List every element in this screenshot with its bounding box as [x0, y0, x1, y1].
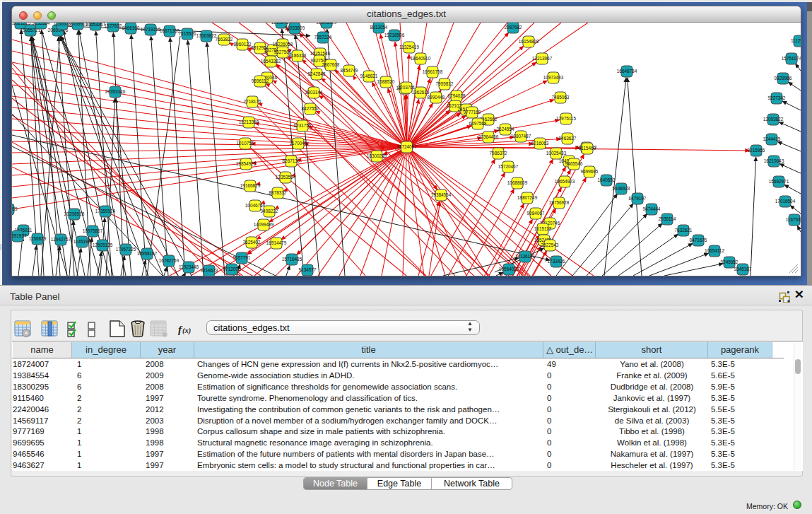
svg-text:1244415: 1244415 [763, 136, 781, 141]
svg-text:9245652: 9245652 [721, 259, 739, 264]
svg-text:9242848: 9242848 [308, 71, 326, 76]
svg-text:1112976: 1112976 [791, 38, 801, 43]
svg-text:8427552: 8427552 [302, 106, 319, 111]
svg-text:1010755: 1010755 [237, 141, 254, 146]
svg-text:19384554: 19384554 [431, 192, 452, 197]
svg-text:2718176: 2718176 [244, 99, 261, 104]
svg-text:8471676: 8471676 [690, 238, 707, 243]
svg-text:(x): (x) [182, 327, 191, 335]
svg-text:17957225: 17957225 [116, 247, 136, 252]
svg-text:9134577: 9134577 [299, 267, 317, 272]
svg-text:8990448: 8990448 [428, 95, 445, 100]
svg-text:19218506: 19218506 [384, 33, 405, 37]
svg-text:19756928: 19756928 [549, 200, 570, 205]
svg-text:8960123: 8960123 [234, 42, 252, 47]
svg-text:8186328: 8186328 [289, 53, 307, 58]
svg-text:12975115: 12975115 [556, 116, 576, 121]
svg-text:12192462: 12192462 [271, 23, 292, 25]
svg-text:2087682: 2087682 [505, 25, 522, 30]
svg-text:10046766: 10046766 [245, 203, 266, 208]
svg-text:10554032: 10554032 [499, 267, 519, 271]
svg-text:5938923: 5938923 [613, 186, 630, 191]
svg-text:1615112: 1615112 [534, 226, 552, 231]
svg-text:8878332: 8878332 [269, 190, 287, 195]
svg-text:2096059: 2096059 [12, 206, 18, 211]
svg-text:8267130: 8267130 [283, 158, 300, 163]
svg-text:7357224: 7357224 [314, 35, 332, 40]
svg-text:16671355: 16671355 [160, 28, 180, 33]
svg-text:1588520: 1588520 [377, 79, 395, 84]
svg-text:1527602: 1527602 [105, 23, 122, 28]
svg-text:7663822: 7663822 [216, 37, 233, 42]
svg-text:15720407: 15720407 [498, 164, 519, 169]
svg-text:9219673: 9219673 [201, 268, 218, 273]
svg-text:18640910: 18640910 [411, 56, 431, 61]
svg-text:9115460: 9115460 [579, 146, 596, 151]
svg-text:1733426: 1733426 [548, 259, 565, 264]
svg-text:19854923: 19854923 [236, 161, 257, 166]
svg-text:9474444: 9474444 [643, 206, 661, 211]
svg-text:8454749: 8454749 [341, 68, 358, 73]
svg-text:9777169: 9777169 [464, 110, 481, 115]
svg-text:9345187: 9345187 [734, 267, 752, 271]
svg-text:20206518: 20206518 [64, 211, 85, 216]
svg-text:9498222: 9498222 [261, 209, 278, 214]
svg-text:7955812: 7955812 [436, 81, 454, 86]
svg-text:16543382: 16543382 [261, 59, 281, 64]
svg-text:20643029: 20643029 [317, 23, 337, 25]
svg-text:17359924: 17359924 [95, 209, 116, 214]
svg-text:1362615: 1362615 [412, 90, 430, 95]
svg-text:7632621: 7632621 [675, 228, 693, 233]
svg-text:12353594: 12353594 [276, 175, 296, 180]
svg-text:6497568: 6497568 [469, 121, 487, 126]
svg-text:9329966: 9329966 [775, 76, 792, 81]
svg-text:10653267: 10653267 [86, 23, 106, 27]
svg-text:2522543: 2522543 [541, 243, 559, 247]
svg-text:9657791: 9657791 [233, 255, 251, 260]
svg-text:14136141: 14136141 [515, 254, 536, 259]
svg-text:10807487: 10807487 [511, 134, 531, 139]
svg-text:16961758: 16961758 [423, 69, 443, 74]
svg-text:16154808: 16154808 [519, 39, 539, 44]
svg-text:9227342: 9227342 [768, 95, 786, 100]
svg-text:9146821: 9146821 [360, 74, 378, 78]
svg-text:6794028: 6794028 [448, 93, 466, 98]
svg-text:9084067: 9084067 [527, 211, 545, 216]
svg-text:10973493: 10973493 [543, 75, 564, 80]
svg-text:2203761: 2203761 [398, 85, 416, 90]
svg-text:20353346: 20353346 [105, 89, 126, 94]
svg-text:16210643: 16210643 [764, 158, 784, 163]
svg-text:7515526: 7515526 [179, 31, 196, 36]
svg-text:2803144: 2803144 [305, 90, 323, 95]
svg-text:3170046: 3170046 [290, 141, 307, 146]
svg-text:6216063: 6216063 [531, 141, 549, 146]
svg-text:3624554: 3624554 [497, 127, 514, 132]
svg-text:19166829: 19166829 [240, 183, 261, 188]
svg-text:16782759: 16782759 [159, 258, 180, 263]
svg-text:7625402: 7625402 [243, 240, 261, 245]
svg-text:9896112: 9896112 [252, 78, 269, 83]
svg-text:8813054: 8813054 [370, 25, 388, 30]
svg-text:10958107: 10958107 [137, 251, 158, 256]
svg-text:16914479: 16914479 [266, 240, 287, 245]
svg-text:7391937: 7391937 [12, 233, 27, 238]
svg-text:10719155: 10719155 [141, 27, 161, 32]
svg-text:12093822: 12093822 [763, 117, 784, 122]
svg-text:16648784: 16648784 [617, 69, 637, 74]
svg-text:6231755: 6231755 [294, 123, 312, 128]
svg-text:8215955: 8215955 [748, 148, 765, 153]
svg-text:18724007: 18724007 [396, 144, 417, 149]
svg-text:16033809: 16033809 [285, 25, 305, 30]
svg-text:11923448: 11923448 [179, 264, 199, 269]
svg-text:17663822: 17663822 [196, 33, 217, 38]
svg-text:10025433: 10025433 [546, 151, 567, 156]
svg-text:9463627: 9463627 [559, 136, 577, 141]
svg-text:2867608: 2867608 [322, 62, 340, 67]
svg-text:15751074: 15751074 [782, 56, 801, 61]
svg-text:7986372: 7986372 [490, 151, 507, 156]
svg-text:1156829: 1156829 [29, 236, 47, 241]
svg-text:15692971: 15692971 [769, 179, 789, 184]
svg-text:9155324: 9155324 [33, 23, 50, 25]
svg-text:12213369: 12213369 [239, 119, 259, 124]
svg-text:10975867: 10975867 [83, 228, 103, 233]
